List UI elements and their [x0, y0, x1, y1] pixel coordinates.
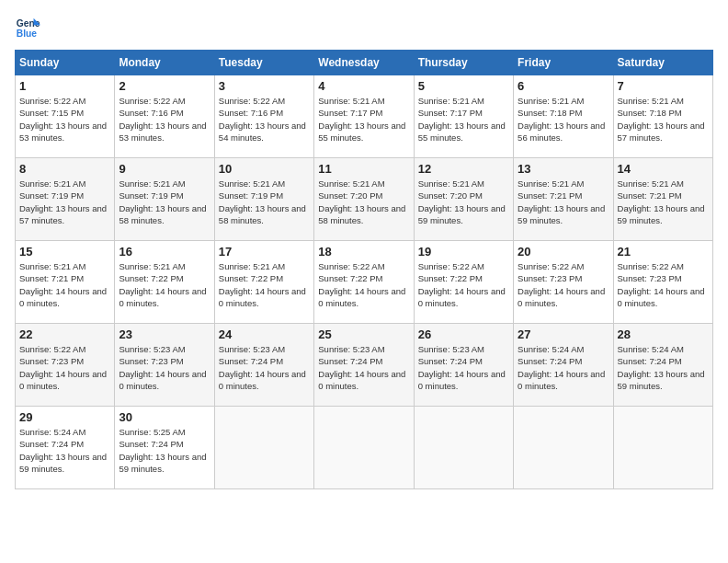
logo-icon: General Blue — [15, 15, 40, 40]
calendar-cell: 29Sunrise: 5:24 AMSunset: 7:24 PMDayligh… — [16, 407, 115, 489]
calendar-cell — [214, 407, 313, 489]
calendar-cell: 12Sunrise: 5:21 AMSunset: 7:20 PMDayligh… — [414, 158, 513, 241]
calendar-cell: 25Sunrise: 5:23 AMSunset: 7:24 PMDayligh… — [314, 324, 414, 407]
day-number: 27 — [518, 327, 609, 341]
day-number: 25 — [318, 327, 409, 341]
day-info: Sunrise: 5:22 AMSunset: 7:22 PMDaylight:… — [318, 260, 409, 309]
day-number: 15 — [19, 245, 110, 259]
calendar-cell: 15Sunrise: 5:21 AMSunset: 7:21 PMDayligh… — [16, 241, 115, 324]
day-info: Sunrise: 5:22 AMSunset: 7:23 PMDaylight:… — [518, 260, 609, 309]
calendar-cell — [514, 407, 613, 489]
day-number: 19 — [418, 245, 509, 259]
calendar-cell: 28Sunrise: 5:24 AMSunset: 7:24 PMDayligh… — [613, 324, 712, 407]
calendar-cell: 24Sunrise: 5:23 AMSunset: 7:24 PMDayligh… — [214, 324, 313, 407]
header-friday: Friday — [514, 51, 613, 75]
header-monday: Monday — [115, 51, 214, 75]
calendar-cell: 6Sunrise: 5:21 AMSunset: 7:18 PMDaylight… — [514, 75, 613, 158]
calendar-cell: 23Sunrise: 5:23 AMSunset: 7:23 PMDayligh… — [115, 324, 214, 407]
calendar-cell: 2Sunrise: 5:22 AMSunset: 7:16 PMDaylight… — [115, 75, 214, 158]
day-info: Sunrise: 5:22 AMSunset: 7:16 PMDaylight:… — [119, 95, 210, 144]
day-info: Sunrise: 5:22 AMSunset: 7:15 PMDaylight:… — [19, 95, 110, 144]
calendar-cell: 8Sunrise: 5:21 AMSunset: 7:19 PMDaylight… — [16, 158, 115, 241]
day-info: Sunrise: 5:21 AMSunset: 7:20 PMDaylight:… — [418, 178, 509, 226]
day-number: 18 — [318, 245, 409, 259]
day-number: 23 — [119, 327, 210, 341]
calendar-cell: 20Sunrise: 5:22 AMSunset: 7:23 PMDayligh… — [514, 241, 613, 324]
day-number: 21 — [618, 245, 709, 259]
day-info: Sunrise: 5:23 AMSunset: 7:24 PMDaylight:… — [219, 343, 310, 392]
calendar-header-row: SundayMondayTuesdayWednesdayThursdayFrid… — [16, 51, 713, 75]
day-number: 14 — [618, 162, 709, 176]
calendar-table: SundayMondayTuesdayWednesdayThursdayFrid… — [15, 50, 713, 489]
day-info: Sunrise: 5:21 AMSunset: 7:17 PMDaylight:… — [318, 95, 409, 144]
header-wednesday: Wednesday — [314, 51, 414, 75]
day-info: Sunrise: 5:21 AMSunset: 7:17 PMDaylight:… — [418, 95, 509, 144]
day-number: 3 — [219, 79, 310, 93]
day-info: Sunrise: 5:22 AMSunset: 7:22 PMDaylight:… — [418, 260, 509, 309]
week-row-2: 8Sunrise: 5:21 AMSunset: 7:19 PMDaylight… — [16, 158, 713, 241]
day-info: Sunrise: 5:24 AMSunset: 7:24 PMDaylight:… — [618, 343, 709, 392]
calendar-cell: 19Sunrise: 5:22 AMSunset: 7:22 PMDayligh… — [414, 241, 513, 324]
calendar-cell: 16Sunrise: 5:21 AMSunset: 7:22 PMDayligh… — [115, 241, 214, 324]
day-number: 7 — [618, 79, 709, 93]
day-number: 11 — [318, 162, 409, 176]
calendar-cell — [314, 407, 414, 489]
calendar-cell: 27Sunrise: 5:24 AMSunset: 7:24 PMDayligh… — [514, 324, 613, 407]
logo: General Blue — [15, 15, 40, 40]
day-number: 8 — [19, 162, 110, 176]
day-number: 5 — [418, 79, 509, 93]
day-number: 26 — [418, 327, 509, 341]
day-info: Sunrise: 5:21 AMSunset: 7:22 PMDaylight:… — [119, 260, 210, 309]
day-number: 20 — [518, 245, 609, 259]
day-number: 13 — [518, 162, 609, 176]
calendar-cell: 4Sunrise: 5:21 AMSunset: 7:17 PMDaylight… — [314, 75, 414, 158]
day-info: Sunrise: 5:21 AMSunset: 7:19 PMDaylight:… — [19, 178, 110, 226]
week-row-4: 22Sunrise: 5:22 AMSunset: 7:23 PMDayligh… — [16, 324, 713, 407]
day-info: Sunrise: 5:22 AMSunset: 7:23 PMDaylight:… — [618, 260, 709, 309]
header-tuesday: Tuesday — [214, 51, 313, 75]
header-sunday: Sunday — [16, 51, 115, 75]
calendar-cell: 17Sunrise: 5:21 AMSunset: 7:22 PMDayligh… — [214, 241, 313, 324]
day-number: 1 — [19, 79, 110, 93]
calendar-cell: 11Sunrise: 5:21 AMSunset: 7:20 PMDayligh… — [314, 158, 414, 241]
day-info: Sunrise: 5:23 AMSunset: 7:23 PMDaylight:… — [119, 343, 210, 392]
day-number: 17 — [219, 245, 310, 259]
day-info: Sunrise: 5:21 AMSunset: 7:19 PMDaylight:… — [119, 178, 210, 226]
calendar-cell: 1Sunrise: 5:22 AMSunset: 7:15 PMDaylight… — [16, 75, 115, 158]
calendar-cell: 3Sunrise: 5:22 AMSunset: 7:16 PMDaylight… — [214, 75, 313, 158]
day-number: 4 — [318, 79, 409, 93]
svg-text:Blue: Blue — [17, 29, 38, 39]
day-number: 6 — [518, 79, 609, 93]
calendar-cell: 26Sunrise: 5:23 AMSunset: 7:24 PMDayligh… — [414, 324, 513, 407]
calendar-cell: 30Sunrise: 5:25 AMSunset: 7:24 PMDayligh… — [115, 407, 214, 489]
day-info: Sunrise: 5:23 AMSunset: 7:24 PMDaylight:… — [418, 343, 509, 392]
day-number: 28 — [618, 327, 709, 341]
day-info: Sunrise: 5:21 AMSunset: 7:22 PMDaylight:… — [219, 260, 310, 309]
day-number: 29 — [19, 410, 110, 424]
calendar-cell: 10Sunrise: 5:21 AMSunset: 7:19 PMDayligh… — [214, 158, 313, 241]
day-info: Sunrise: 5:22 AMSunset: 7:16 PMDaylight:… — [219, 95, 310, 144]
week-row-3: 15Sunrise: 5:21 AMSunset: 7:21 PMDayligh… — [16, 241, 713, 324]
day-number: 22 — [19, 327, 110, 341]
calendar-cell: 13Sunrise: 5:21 AMSunset: 7:21 PMDayligh… — [514, 158, 613, 241]
day-info: Sunrise: 5:21 AMSunset: 7:18 PMDaylight:… — [518, 95, 609, 144]
calendar-cell: 22Sunrise: 5:22 AMSunset: 7:23 PMDayligh… — [16, 324, 115, 407]
day-info: Sunrise: 5:21 AMSunset: 7:21 PMDaylight:… — [19, 260, 110, 309]
day-info: Sunrise: 5:21 AMSunset: 7:21 PMDaylight:… — [518, 178, 609, 226]
calendar-cell — [414, 407, 513, 489]
day-number: 9 — [119, 162, 210, 176]
calendar-cell: 21Sunrise: 5:22 AMSunset: 7:23 PMDayligh… — [613, 241, 712, 324]
day-number: 12 — [418, 162, 509, 176]
day-number: 16 — [119, 245, 210, 259]
day-info: Sunrise: 5:25 AMSunset: 7:24 PMDaylight:… — [119, 426, 210, 475]
header-thursday: Thursday — [414, 51, 513, 75]
calendar-cell: 5Sunrise: 5:21 AMSunset: 7:17 PMDaylight… — [414, 75, 513, 158]
day-info: Sunrise: 5:21 AMSunset: 7:21 PMDaylight:… — [618, 178, 709, 226]
day-info: Sunrise: 5:24 AMSunset: 7:24 PMDaylight:… — [19, 426, 110, 475]
calendar-cell: 9Sunrise: 5:21 AMSunset: 7:19 PMDaylight… — [115, 158, 214, 241]
calendar-cell — [613, 407, 712, 489]
calendar-cell: 14Sunrise: 5:21 AMSunset: 7:21 PMDayligh… — [613, 158, 712, 241]
day-info: Sunrise: 5:22 AMSunset: 7:23 PMDaylight:… — [19, 343, 110, 392]
day-info: Sunrise: 5:24 AMSunset: 7:24 PMDaylight:… — [518, 343, 609, 392]
day-info: Sunrise: 5:21 AMSunset: 7:18 PMDaylight:… — [618, 95, 709, 144]
